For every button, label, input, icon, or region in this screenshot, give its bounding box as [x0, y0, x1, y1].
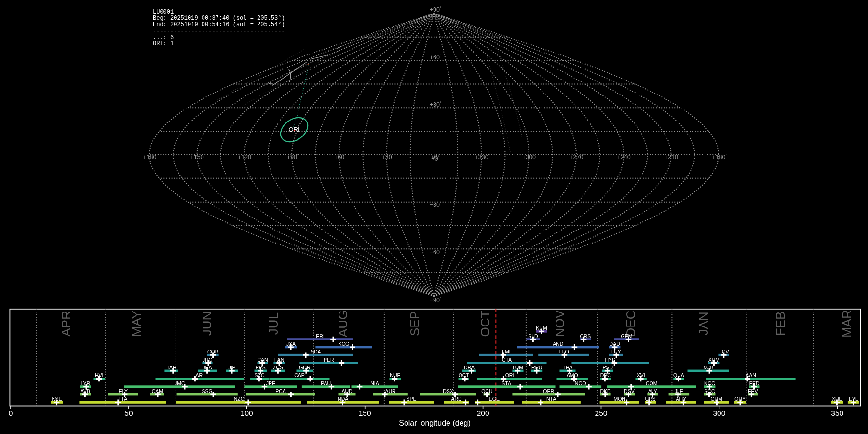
svg-text:+30°: +30° — [430, 101, 442, 108]
svg-text:XHE: XHE — [832, 396, 842, 402]
svg-text:+60°: +60° — [430, 54, 442, 61]
svg-text:DKD: DKD — [600, 388, 611, 394]
svg-text:+30°: +30° — [381, 153, 393, 161]
svg-text:ORI: 1: ORI: 1 — [153, 41, 174, 47]
svg-text:KCG: KCG — [339, 341, 350, 347]
svg-text:COM: COM — [646, 380, 658, 386]
svg-text:NIA: NIA — [370, 380, 379, 386]
svg-text:NZC: NZC — [234, 396, 244, 402]
svg-text:EGE: EGE — [489, 396, 500, 402]
svg-text:JMC: JMC — [175, 380, 185, 386]
svg-text:0: 0 — [9, 409, 13, 417]
svg-text:COR: COR — [207, 349, 219, 354]
svg-text:AUG: AUG — [336, 310, 350, 337]
svg-text:XUM: XUM — [708, 357, 719, 363]
svg-text:350: 350 — [831, 409, 843, 417]
svg-text:JIP: JIP — [228, 365, 235, 370]
svg-text:−30°: −30° — [430, 201, 442, 208]
svg-text:250: 250 — [595, 409, 608, 417]
svg-text:HYD: HYD — [605, 357, 616, 363]
svg-text:+240°: +240° — [617, 153, 633, 161]
svg-text:STA: STA — [502, 380, 511, 386]
svg-text:AND: AND — [553, 341, 564, 347]
svg-text:+90°: +90° — [430, 6, 442, 13]
svg-text:EVL: EVL — [849, 396, 858, 402]
svg-text:DAD: DAD — [610, 341, 621, 347]
svg-text:+180°: +180° — [143, 153, 158, 161]
svg-text:+270°: +270° — [570, 153, 585, 161]
svg-text:AUR: AUR — [385, 388, 396, 394]
svg-text:ZCS: ZCS — [273, 365, 283, 370]
svg-text:PCA: PCA — [275, 388, 286, 394]
svg-text:AUD: AUD — [341, 388, 353, 394]
svg-text:+210°: +210° — [665, 153, 680, 161]
svg-text:SPE: SPE — [406, 396, 416, 402]
svg-text:300: 300 — [713, 409, 725, 417]
svg-text:SSG: SSG — [202, 388, 213, 394]
svg-text:FEV: FEV — [748, 388, 758, 394]
svg-text:CAN: CAN — [257, 357, 268, 363]
svg-text:OCT: OCT — [459, 372, 470, 378]
svg-text:+120°: +120° — [238, 153, 253, 161]
svg-text:−90°: −90° — [430, 297, 442, 304]
svg-text:SLD: SLD — [528, 333, 538, 339]
svg-text:RPU: RPU — [531, 365, 542, 370]
svg-text:NOV: NOV — [553, 310, 567, 337]
svg-text:ARD: ARD — [451, 396, 462, 402]
svg-text:ARI: ARI — [195, 372, 204, 378]
svg-text:SEP: SEP — [407, 311, 422, 336]
svg-text:JPE: JPE — [266, 380, 275, 386]
svg-text:FEB: FEB — [773, 312, 787, 336]
svg-text:LU0001: LU0001 — [153, 9, 174, 15]
svg-text:FTA: FTA — [118, 396, 127, 402]
svg-text:JUN: JUN — [200, 312, 214, 336]
svg-text:JAN: JAN — [696, 312, 711, 335]
svg-text:URS: URS — [645, 396, 655, 402]
svg-text:DSX: DSX — [443, 388, 453, 394]
svg-text:MAY: MAY — [129, 311, 144, 337]
svg-text:SZC: SZC — [255, 372, 265, 378]
svg-text:200: 200 — [477, 409, 489, 417]
svg-text:+330°: +330° — [475, 153, 490, 161]
svg-text:TAH: TAH — [166, 365, 176, 370]
svg-text:JLE: JLE — [675, 388, 683, 394]
svg-text:PAU: PAU — [321, 380, 331, 386]
svg-text:MON: MON — [613, 396, 625, 402]
svg-text:QUA: QUA — [673, 372, 684, 378]
svg-text:CAM: CAM — [152, 388, 163, 394]
svg-text:FAN: FAN — [274, 357, 284, 363]
svg-text:LEO: LEO — [559, 349, 569, 354]
svg-text:100: 100 — [241, 409, 253, 417]
svg-text:+60°: +60° — [334, 153, 346, 161]
svg-text:LMI: LMI — [502, 349, 511, 354]
svg-text:------------------------------: -------------------------------------- — [153, 28, 285, 35]
svg-text:+300°: +300° — [522, 153, 538, 161]
svg-text:...: 6: ...: 6 — [153, 34, 174, 41]
svg-text:OCU: OCU — [481, 388, 492, 394]
svg-text:GDR: GDR — [299, 365, 311, 370]
svg-text:ORI: ORI — [288, 126, 299, 133]
svg-text:NOO: NOO — [575, 380, 586, 386]
svg-text:End: 20251019 00:54:16 (sol =: End: 20251019 00:54:16 (sol = 205.54°) — [153, 21, 285, 28]
svg-text:DPC: DPC — [600, 372, 611, 378]
svg-text:APR: APR — [59, 311, 73, 336]
svg-text:NTA: NTA — [546, 396, 556, 402]
svg-text:EHY: EHY — [610, 349, 621, 354]
svg-text:PPS: PPS — [256, 365, 266, 370]
svg-text:NCC: NCC — [704, 380, 715, 386]
svg-text:ELY: ELY — [119, 388, 128, 394]
svg-text:SCC: SCC — [704, 388, 715, 394]
svg-text:MAR: MAR — [840, 310, 854, 338]
svg-text:Solar longitude (deg): Solar longitude (deg) — [399, 419, 471, 427]
svg-text:+90°: +90° — [287, 153, 299, 161]
svg-text:PSU: PSU — [603, 365, 613, 370]
svg-text:ECV: ECV — [719, 349, 729, 354]
svg-text:XCB: XCB — [703, 365, 714, 370]
svg-text:CTA: CTA — [502, 357, 512, 363]
svg-text:ALY: ALY — [648, 388, 657, 394]
svg-text:JXA: JXA — [286, 341, 296, 347]
svg-text:AMO: AMO — [567, 372, 578, 378]
svg-text:50: 50 — [124, 409, 133, 417]
svg-text:AHY: AHY — [676, 396, 687, 402]
svg-text:−60°: −60° — [430, 248, 442, 256]
